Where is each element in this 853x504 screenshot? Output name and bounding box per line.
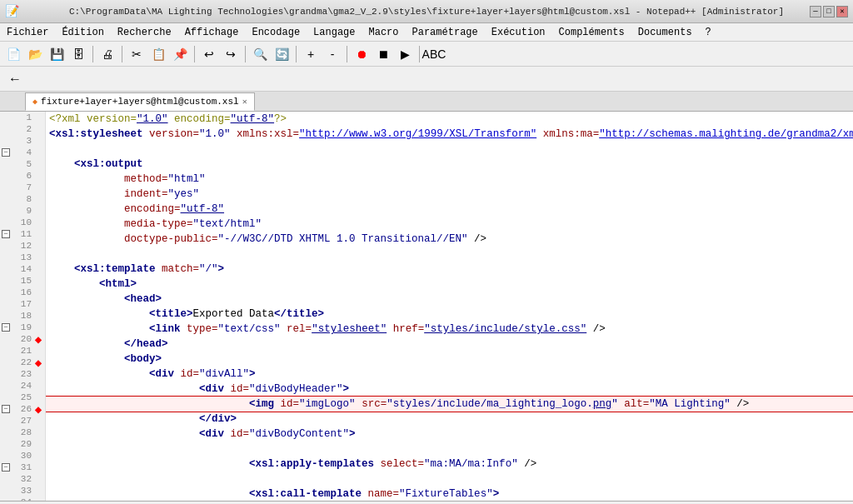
code-editor[interactable]: <?xml version="1.0" encoding="utf-8"?> <… xyxy=(46,112,853,501)
code-line-15[interactable]: <link type="text/css" rel="stylesheet" h… xyxy=(46,322,853,337)
menu-macro[interactable]: Macro xyxy=(362,25,406,40)
gutter-row-14: 14 xyxy=(0,263,45,275)
fold-19[interactable]: − xyxy=(2,323,10,332)
code-line-4[interactable]: <xsl:output xyxy=(46,157,853,172)
zoom-out-button[interactable]: - xyxy=(322,44,342,64)
fold-icon-4[interactable]: − xyxy=(0,147,12,158)
code-content-13: <head> xyxy=(49,292,162,307)
sep3 xyxy=(194,46,195,62)
save-all-button[interactable]: 🗄 xyxy=(68,44,88,64)
bookmark-9 xyxy=(35,205,42,217)
code-line-5[interactable]: method="html" xyxy=(46,172,853,187)
code-line-26[interactable]: <xsl:call-template name="FixtureTables"> xyxy=(46,487,853,501)
fold-icon-23 xyxy=(0,368,12,380)
line-number-26: 26 xyxy=(12,404,35,414)
maximize-button[interactable]: □ xyxy=(823,6,835,17)
copy-button[interactable]: 📋 xyxy=(148,44,168,64)
menu-documents[interactable]: Documents xyxy=(631,25,699,40)
print-button[interactable]: 🖨 xyxy=(97,44,117,64)
spellcheck-button[interactable]: ABC xyxy=(424,44,444,64)
fold-26[interactable]: − xyxy=(2,405,10,413)
code-content-17: <body> xyxy=(49,352,162,367)
sep5 xyxy=(296,46,297,62)
paste-button[interactable]: 📌 xyxy=(170,44,190,64)
gutter-row-16: 16 xyxy=(0,287,45,298)
line-number-30: 30 xyxy=(12,451,35,461)
code-line-1[interactable]: <?xml version="1.0" encoding="utf-8"?> xyxy=(46,112,853,127)
code-line-16[interactable]: </head> xyxy=(46,337,853,352)
find-button[interactable]: 🔍 xyxy=(250,44,270,64)
fold-icon-19[interactable]: − xyxy=(0,322,12,333)
menu-help[interactable]: ? xyxy=(699,25,718,40)
gutter-row-22: 22 ◆ xyxy=(0,357,45,368)
save-button[interactable]: 💾 xyxy=(47,44,67,64)
menu-encodage[interactable]: Encodage xyxy=(245,25,307,40)
code-line-21[interactable]: </div> xyxy=(46,412,853,427)
menu-execution[interactable]: Exécution xyxy=(485,25,552,40)
window-controls[interactable]: ─ □ ✕ xyxy=(810,6,848,17)
close-button[interactable]: ✕ xyxy=(836,6,848,17)
code-line-25[interactable] xyxy=(46,472,853,487)
macro-stop-button[interactable]: ⏹ xyxy=(373,44,393,64)
code-line-11[interactable]: <xsl:template match="/"> xyxy=(46,262,853,277)
code-line-24[interactable]: <xsl:apply-templates select="ma:MA/ma:In… xyxy=(46,457,853,472)
code-line-8[interactable]: media-type="text/html" xyxy=(46,217,853,232)
code-line-18[interactable]: <div id="divAll"> xyxy=(46,367,853,382)
replace-button[interactable]: 🔄 xyxy=(272,44,292,64)
gutter-row-13: 13 xyxy=(0,252,45,263)
fold-icon-26[interactable]: − xyxy=(0,403,12,415)
code-line-19[interactable]: <div id="divBodyHeader"> xyxy=(46,382,853,397)
code-line-22[interactable]: <div id="divBodyContent"> xyxy=(46,427,853,442)
fold-11[interactable]: − xyxy=(2,230,10,238)
line-number-19: 19 xyxy=(12,322,35,332)
menu-fichier[interactable]: Fichier xyxy=(0,25,55,40)
undo-button[interactable]: ↩ xyxy=(199,44,219,64)
zoom-in-button[interactable]: + xyxy=(301,44,321,64)
menu-complements[interactable]: Compléments xyxy=(552,25,631,40)
menu-parametrage[interactable]: Paramétrage xyxy=(406,25,485,40)
code-line-7[interactable]: encoding="utf-8" xyxy=(46,202,853,217)
sep6 xyxy=(347,46,347,62)
code-line-2[interactable]: <xsl:stylesheet version="1.0" xmlns:xsl=… xyxy=(46,127,853,142)
minimize-button[interactable]: ─ xyxy=(810,6,821,17)
code-line-14[interactable]: <title>Exported Data</title> xyxy=(46,307,853,322)
code-line-23[interactable] xyxy=(46,442,853,457)
line-number-31: 31 xyxy=(12,462,35,472)
line-number-8: 8 xyxy=(12,194,35,204)
menu-recherche[interactable]: Recherche xyxy=(111,25,178,40)
menu-langage[interactable]: Langage xyxy=(307,25,362,40)
open-button[interactable]: 📂 xyxy=(25,44,45,64)
code-line-17[interactable]: <body> xyxy=(46,352,853,367)
fold-4[interactable]: − xyxy=(2,148,10,157)
cut-button[interactable]: ✂ xyxy=(127,44,147,64)
bookmark-22: ◆ xyxy=(35,357,42,368)
back-nav-button[interactable]: ← xyxy=(3,69,27,89)
bookmark-24 xyxy=(35,380,42,392)
code-content-4: <xsl:output xyxy=(49,157,143,172)
code-line-20[interactable]: <img id="imgLogo" src="styles/include/ma… xyxy=(46,397,853,412)
active-tab[interactable]: ◆ fixture+layer+layers@html@custom.xsl ✕ xyxy=(25,92,255,111)
redo-button[interactable]: ↪ xyxy=(221,44,241,64)
tab-close-button[interactable]: ✕ xyxy=(242,97,247,107)
fold-31[interactable]: − xyxy=(2,463,10,472)
macro-play-button[interactable]: ▶ xyxy=(395,44,415,64)
gutter-row-7: 7 xyxy=(0,182,45,193)
gutter-row-27: 27 xyxy=(0,415,45,427)
gutter-row-28: 28 xyxy=(0,427,45,438)
code-line-3[interactable] xyxy=(46,142,853,157)
code-content-12: <html> xyxy=(49,277,137,292)
code-line-9[interactable]: doctype-public="-//W3C//DTD XHTML 1.0 Tr… xyxy=(46,232,853,247)
menu-edition[interactable]: Édition xyxy=(55,25,110,40)
code-line-6[interactable]: indent="yes" xyxy=(46,187,853,202)
fold-icon-11[interactable]: − xyxy=(0,228,12,240)
code-line-12[interactable]: <html> xyxy=(46,277,853,292)
macro-rec-button[interactable]: ⏺ xyxy=(352,44,372,64)
bookmark-4 xyxy=(35,147,42,158)
code-line-10[interactable] xyxy=(46,247,853,262)
fold-icon-32 xyxy=(0,473,12,485)
code-line-13[interactable]: <head> xyxy=(46,292,853,307)
line-number-22: 22 xyxy=(12,357,35,367)
new-button[interactable]: 📄 xyxy=(3,44,23,64)
fold-icon-31[interactable]: − xyxy=(0,462,12,473)
menu-affichage[interactable]: Affichage xyxy=(178,25,246,40)
